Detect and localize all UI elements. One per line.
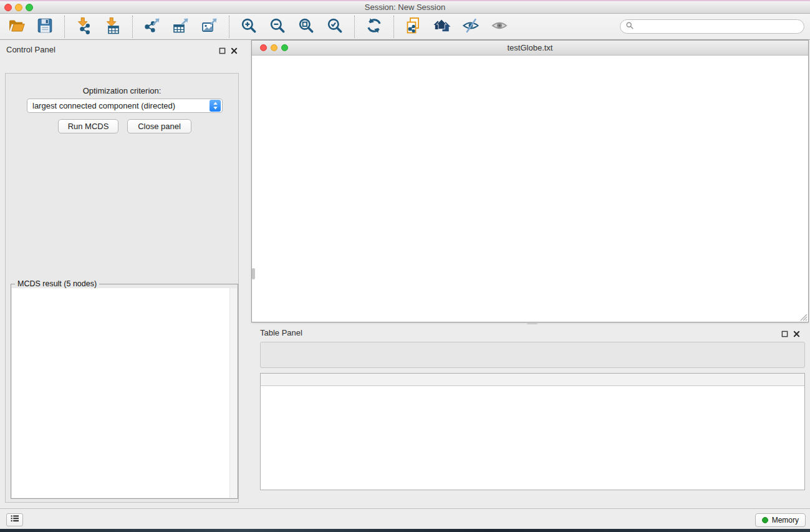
memory-label: Memory	[772, 516, 799, 525]
open-session-button[interactable]	[6, 17, 26, 37]
export-table-icon	[172, 17, 190, 37]
export-network-icon	[143, 17, 161, 37]
resize-grip[interactable]	[798, 312, 808, 321]
node-table	[260, 373, 805, 490]
eye-slash-icon	[462, 17, 480, 37]
toolbar-group	[64, 16, 123, 38]
criterion-dropdown[interactable]: largest connected component (directed)	[27, 99, 223, 113]
search-input[interactable]	[637, 22, 799, 31]
network-minimize-traffic-light[interactable]	[271, 44, 277, 51]
copy-network-button[interactable]	[403, 17, 423, 37]
network-window-title: testGlobe.txt	[252, 41, 808, 55]
eye-slash-button[interactable]	[461, 17, 481, 37]
close-panel-icon[interactable]	[231, 46, 238, 57]
zoom-out-button[interactable]	[268, 17, 287, 37]
app-titlebar: Session: New Session	[0, 1, 810, 14]
float-panel-icon[interactable]	[219, 46, 226, 57]
export-table-button[interactable]	[171, 17, 191, 37]
zoom-fit-icon	[297, 17, 315, 37]
toolbar-group	[393, 16, 509, 38]
refresh-view-button[interactable]	[364, 17, 384, 37]
eye-icon	[491, 17, 508, 37]
save-session-icon	[36, 17, 54, 37]
mcds-result-scrollbar[interactable]	[230, 288, 237, 498]
open-session-icon	[7, 17, 25, 37]
table-panel-title: Table Panel	[260, 328, 302, 337]
zoom-fit-button[interactable]	[296, 17, 316, 37]
task-history-button[interactable]	[6, 513, 23, 526]
toolbar-group	[229, 16, 345, 38]
session-title: Session: New Session	[0, 1, 810, 14]
close-panel-button[interactable]: Close panel	[127, 119, 191, 133]
network-vertical-scrollbar[interactable]	[252, 268, 255, 279]
close-window-traffic-light[interactable]	[4, 4, 12, 11]
optimization-criterion-label: Optimization criterion:	[6, 86, 238, 95]
save-session-button[interactable]	[35, 17, 55, 37]
home-icon	[433, 17, 451, 37]
import-network-button[interactable]	[74, 17, 94, 37]
copy-network-icon	[405, 17, 422, 37]
minimize-window-traffic-light[interactable]	[15, 4, 22, 11]
float-table-panel-icon[interactable]	[781, 329, 788, 340]
zoom-in-button[interactable]	[239, 17, 259, 37]
table-toolbar	[260, 342, 805, 368]
main-toolbar	[0, 14, 810, 40]
memory-status-dot	[762, 517, 768, 523]
run-mcds-button[interactable]: Run MCDS	[58, 119, 118, 133]
home-button[interactable]	[432, 17, 452, 37]
memory-button[interactable]: Memory	[755, 513, 806, 527]
control-panel: Control Panel Optimization criterion: la…	[0, 40, 244, 507]
dropdown-stepper-icon	[210, 100, 221, 112]
import-network-icon	[75, 17, 93, 37]
toolbar-group	[132, 16, 219, 38]
control-panel-title: Control Panel	[6, 45, 55, 54]
export-image-button[interactable]	[200, 17, 219, 37]
eye-button[interactable]	[489, 17, 509, 37]
criterion-dropdown-value: largest connected component (directed)	[27, 101, 210, 110]
mcds-result-list[interactable]	[12, 288, 230, 498]
refresh-view-icon	[365, 17, 383, 37]
zoom-in-icon	[240, 17, 258, 37]
import-table-icon	[104, 17, 122, 37]
network-zoom-traffic-light[interactable]	[281, 44, 288, 51]
mcds-result-title: MCDS result (5 nodes)	[15, 279, 99, 288]
mcds-panel: Optimization criterion: largest connecte…	[5, 73, 239, 503]
mcds-result-group: MCDS result (5 nodes)	[11, 284, 238, 499]
export-image-icon	[201, 17, 218, 37]
network-canvas[interactable]	[252, 56, 808, 322]
network-window-titlebar: testGlobe.txt	[252, 41, 808, 56]
import-table-button[interactable]	[103, 17, 123, 37]
table-panel: Table Panel	[251, 324, 810, 508]
search-box[interactable]	[620, 19, 804, 34]
zoom-selected-icon	[326, 17, 344, 37]
export-network-button[interactable]	[142, 17, 162, 37]
close-table-panel-icon[interactable]	[793, 329, 800, 340]
network-close-traffic-light[interactable]	[260, 44, 267, 51]
zoom-window-traffic-light[interactable]	[26, 4, 33, 11]
toolbar-group	[354, 16, 384, 38]
zoom-out-icon	[269, 17, 286, 37]
status-bar: Memory	[0, 508, 810, 529]
zoom-selected-button[interactable]	[325, 17, 345, 37]
table-header-row	[261, 374, 804, 386]
list-icon	[10, 514, 20, 526]
network-window: testGlobe.txt	[251, 40, 809, 322]
search-icon	[625, 21, 637, 32]
desktop-edge-bottom	[0, 529, 810, 532]
toolbar-group	[6, 16, 55, 38]
